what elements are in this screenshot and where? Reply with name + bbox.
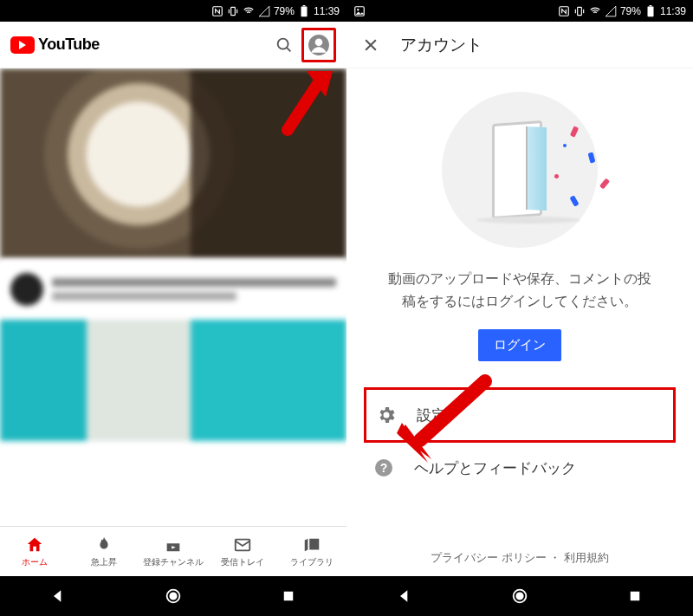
tab-trending[interactable]: 急上昇 [69, 527, 139, 576]
youtube-play-icon [10, 36, 35, 54]
battery-percentage: 79% [274, 5, 295, 17]
nfc-icon [558, 5, 570, 17]
svg-rect-21 [631, 592, 640, 601]
menu-label: 設定 [417, 405, 446, 425]
bottom-tab-bar: ホーム 急上昇 登録チャンネル 受信トレイ ライブラリ [0, 526, 346, 576]
inbox-icon [233, 535, 252, 554]
signal-icon [258, 5, 270, 17]
svg-rect-10 [284, 592, 294, 601]
svg-rect-1 [231, 7, 236, 15]
image-indicator-icon [353, 5, 366, 17]
tab-label: 受信トレイ [221, 556, 264, 568]
video-meta[interactable] [0, 259, 346, 320]
svg-point-12 [357, 9, 359, 10]
tab-subscriptions[interactable]: 登録チャンネル [139, 527, 208, 576]
tab-label: 急上昇 [91, 556, 117, 568]
phone-right: 79% 11:39 アカウント [346, 0, 693, 616]
youtube-header: YouTube [0, 22, 346, 68]
menu-item-settings[interactable]: 設定 [364, 387, 676, 443]
clock: 11:39 [314, 5, 340, 17]
android-nav-bar [346, 576, 693, 616]
menu-item-help[interactable]: ? ヘルプとフィードバック [364, 443, 676, 493]
home-icon [25, 535, 44, 554]
vibrate-icon [573, 5, 586, 17]
svg-point-6 [315, 38, 323, 46]
recents-button[interactable] [275, 583, 301, 609]
signal-icon [605, 5, 617, 17]
channel-avatar [10, 273, 43, 306]
youtube-wordmark: YouTube [38, 36, 100, 54]
account-icon [308, 34, 330, 56]
svg-point-9 [170, 593, 176, 599]
login-button[interactable]: ログイン [478, 329, 561, 361]
signin-prompt: 動画のアップロードや保存、コメントの投稿をするにはログインしてください。 [385, 268, 654, 312]
account-button[interactable] [301, 28, 336, 62]
phone-left: 79% 11:39 YouTube [0, 0, 346, 616]
close-icon [362, 36, 379, 54]
clock: 11:39 [660, 5, 686, 17]
signin-illustration [429, 88, 611, 252]
recents-button[interactable] [622, 583, 648, 609]
back-button[interactable] [45, 583, 71, 609]
battery-percentage: 79% [620, 5, 641, 17]
page-title: アカウント [400, 34, 483, 56]
nfc-icon [211, 5, 223, 17]
video-thumbnail[interactable] [0, 68, 346, 259]
tab-home[interactable]: ホーム [0, 527, 69, 576]
tab-label: 登録チャンネル [143, 556, 204, 568]
gear-icon [375, 404, 398, 426]
video-subtitle-line [52, 292, 236, 301]
youtube-logo[interactable]: YouTube [10, 36, 100, 54]
footer-links[interactable]: プライバシー ポリシー ・ 利用規約 [364, 539, 676, 576]
account-screen: アカウント 動画のアップロードや保存、コメントの投稿をするにはログ [346, 22, 693, 576]
svg-point-4 [278, 38, 288, 49]
wifi-icon [589, 5, 601, 17]
battery-icon [644, 5, 657, 17]
video-feed[interactable] [0, 68, 346, 526]
tab-label: ホーム [22, 556, 48, 568]
help-icon: ? [372, 457, 395, 479]
back-button[interactable] [392, 583, 418, 609]
svg-rect-14 [578, 7, 582, 15]
status-bar: 79% 11:39 [0, 0, 346, 22]
status-bar: 79% 11:39 [346, 0, 693, 22]
search-icon [275, 36, 294, 55]
wifi-icon [243, 5, 255, 17]
library-icon [302, 535, 321, 554]
tab-library[interactable]: ライブラリ [277, 527, 346, 576]
account-body: 動画のアップロードや保存、コメントの投稿をするにはログインしてください。 ログイ… [346, 68, 693, 576]
home-button[interactable] [507, 583, 533, 609]
video-thumbnail[interactable] [0, 320, 346, 441]
subscriptions-icon [164, 535, 183, 554]
svg-text:?: ? [380, 461, 388, 475]
menu-label: ヘルプとフィードバック [414, 458, 576, 478]
video-title-line [52, 278, 336, 287]
search-button[interactable] [267, 28, 301, 62]
svg-rect-3 [303, 5, 306, 6]
vibrate-icon [227, 5, 239, 17]
battery-icon [298, 5, 310, 17]
tab-inbox[interactable]: 受信トレイ [208, 527, 277, 576]
account-header: アカウント [346, 22, 693, 68]
android-nav-bar [0, 576, 346, 616]
home-button[interactable] [160, 583, 186, 609]
account-menu: 設定 ? ヘルプとフィードバック [364, 387, 676, 493]
youtube-app: YouTube [0, 22, 346, 576]
svg-rect-16 [650, 5, 652, 6]
trending-icon [94, 535, 113, 554]
tab-label: ライブラリ [290, 556, 334, 568]
svg-rect-2 [301, 6, 307, 16]
close-button[interactable] [359, 33, 383, 57]
svg-rect-15 [647, 6, 653, 16]
svg-point-20 [516, 593, 522, 599]
